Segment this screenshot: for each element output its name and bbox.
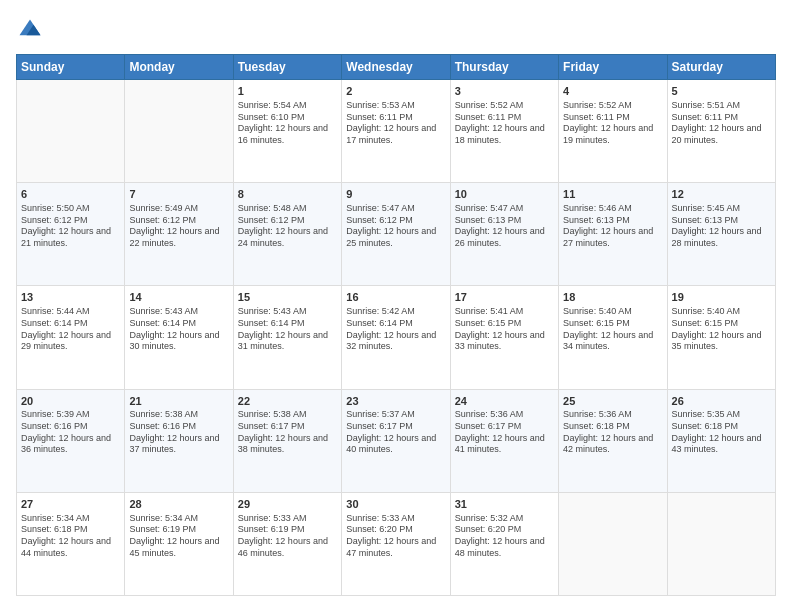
day-number: 1 bbox=[238, 84, 337, 99]
calendar-day-cell: 4Sunrise: 5:52 AM Sunset: 6:11 PM Daylig… bbox=[559, 80, 667, 183]
day-info: Sunrise: 5:35 AM Sunset: 6:18 PM Dayligh… bbox=[672, 409, 771, 456]
calendar-week-row: 13Sunrise: 5:44 AM Sunset: 6:14 PM Dayli… bbox=[17, 286, 776, 389]
day-info: Sunrise: 5:39 AM Sunset: 6:16 PM Dayligh… bbox=[21, 409, 120, 456]
day-info: Sunrise: 5:37 AM Sunset: 6:17 PM Dayligh… bbox=[346, 409, 445, 456]
day-info: Sunrise: 5:36 AM Sunset: 6:17 PM Dayligh… bbox=[455, 409, 554, 456]
calendar-day-cell: 17Sunrise: 5:41 AM Sunset: 6:15 PM Dayli… bbox=[450, 286, 558, 389]
day-info: Sunrise: 5:43 AM Sunset: 6:14 PM Dayligh… bbox=[129, 306, 228, 353]
calendar-day-cell bbox=[17, 80, 125, 183]
calendar-week-row: 27Sunrise: 5:34 AM Sunset: 6:18 PM Dayli… bbox=[17, 492, 776, 595]
day-number: 25 bbox=[563, 394, 662, 409]
calendar-day-cell: 3Sunrise: 5:52 AM Sunset: 6:11 PM Daylig… bbox=[450, 80, 558, 183]
calendar-header-row: SundayMondayTuesdayWednesdayThursdayFrid… bbox=[17, 55, 776, 80]
calendar-day-header: Tuesday bbox=[233, 55, 341, 80]
day-number: 22 bbox=[238, 394, 337, 409]
day-info: Sunrise: 5:53 AM Sunset: 6:11 PM Dayligh… bbox=[346, 100, 445, 147]
day-number: 6 bbox=[21, 187, 120, 202]
calendar-day-header: Sunday bbox=[17, 55, 125, 80]
day-info: Sunrise: 5:40 AM Sunset: 6:15 PM Dayligh… bbox=[672, 306, 771, 353]
day-number: 11 bbox=[563, 187, 662, 202]
day-info: Sunrise: 5:49 AM Sunset: 6:12 PM Dayligh… bbox=[129, 203, 228, 250]
day-info: Sunrise: 5:33 AM Sunset: 6:19 PM Dayligh… bbox=[238, 513, 337, 560]
day-number: 8 bbox=[238, 187, 337, 202]
calendar-day-header: Saturday bbox=[667, 55, 775, 80]
day-number: 30 bbox=[346, 497, 445, 512]
calendar-day-cell: 5Sunrise: 5:51 AM Sunset: 6:11 PM Daylig… bbox=[667, 80, 775, 183]
day-number: 9 bbox=[346, 187, 445, 202]
day-number: 7 bbox=[129, 187, 228, 202]
day-info: Sunrise: 5:51 AM Sunset: 6:11 PM Dayligh… bbox=[672, 100, 771, 147]
calendar-day-cell: 23Sunrise: 5:37 AM Sunset: 6:17 PM Dayli… bbox=[342, 389, 450, 492]
day-info: Sunrise: 5:47 AM Sunset: 6:13 PM Dayligh… bbox=[455, 203, 554, 250]
day-number: 28 bbox=[129, 497, 228, 512]
day-number: 4 bbox=[563, 84, 662, 99]
day-info: Sunrise: 5:42 AM Sunset: 6:14 PM Dayligh… bbox=[346, 306, 445, 353]
day-info: Sunrise: 5:47 AM Sunset: 6:12 PM Dayligh… bbox=[346, 203, 445, 250]
calendar-week-row: 1Sunrise: 5:54 AM Sunset: 6:10 PM Daylig… bbox=[17, 80, 776, 183]
day-info: Sunrise: 5:48 AM Sunset: 6:12 PM Dayligh… bbox=[238, 203, 337, 250]
calendar-day-cell: 10Sunrise: 5:47 AM Sunset: 6:13 PM Dayli… bbox=[450, 183, 558, 286]
day-number: 23 bbox=[346, 394, 445, 409]
calendar-day-cell: 19Sunrise: 5:40 AM Sunset: 6:15 PM Dayli… bbox=[667, 286, 775, 389]
day-number: 14 bbox=[129, 290, 228, 305]
calendar-day-cell: 31Sunrise: 5:32 AM Sunset: 6:20 PM Dayli… bbox=[450, 492, 558, 595]
calendar-day-header: Wednesday bbox=[342, 55, 450, 80]
day-info: Sunrise: 5:41 AM Sunset: 6:15 PM Dayligh… bbox=[455, 306, 554, 353]
calendar-day-cell: 28Sunrise: 5:34 AM Sunset: 6:19 PM Dayli… bbox=[125, 492, 233, 595]
calendar-day-cell: 8Sunrise: 5:48 AM Sunset: 6:12 PM Daylig… bbox=[233, 183, 341, 286]
day-info: Sunrise: 5:36 AM Sunset: 6:18 PM Dayligh… bbox=[563, 409, 662, 456]
calendar-day-cell: 20Sunrise: 5:39 AM Sunset: 6:16 PM Dayli… bbox=[17, 389, 125, 492]
day-number: 19 bbox=[672, 290, 771, 305]
day-number: 13 bbox=[21, 290, 120, 305]
calendar-day-cell bbox=[559, 492, 667, 595]
logo-icon bbox=[16, 16, 44, 44]
calendar-day-header: Monday bbox=[125, 55, 233, 80]
day-number: 18 bbox=[563, 290, 662, 305]
calendar-day-cell: 6Sunrise: 5:50 AM Sunset: 6:12 PM Daylig… bbox=[17, 183, 125, 286]
calendar-day-cell: 11Sunrise: 5:46 AM Sunset: 6:13 PM Dayli… bbox=[559, 183, 667, 286]
calendar-day-header: Friday bbox=[559, 55, 667, 80]
calendar-day-cell: 21Sunrise: 5:38 AM Sunset: 6:16 PM Dayli… bbox=[125, 389, 233, 492]
day-info: Sunrise: 5:54 AM Sunset: 6:10 PM Dayligh… bbox=[238, 100, 337, 147]
day-number: 29 bbox=[238, 497, 337, 512]
day-number: 17 bbox=[455, 290, 554, 305]
calendar-day-cell: 2Sunrise: 5:53 AM Sunset: 6:11 PM Daylig… bbox=[342, 80, 450, 183]
calendar-day-cell: 22Sunrise: 5:38 AM Sunset: 6:17 PM Dayli… bbox=[233, 389, 341, 492]
page: SundayMondayTuesdayWednesdayThursdayFrid… bbox=[0, 0, 792, 612]
day-number: 27 bbox=[21, 497, 120, 512]
day-info: Sunrise: 5:46 AM Sunset: 6:13 PM Dayligh… bbox=[563, 203, 662, 250]
calendar-day-cell: 30Sunrise: 5:33 AM Sunset: 6:20 PM Dayli… bbox=[342, 492, 450, 595]
calendar-day-cell: 27Sunrise: 5:34 AM Sunset: 6:18 PM Dayli… bbox=[17, 492, 125, 595]
calendar-day-cell: 25Sunrise: 5:36 AM Sunset: 6:18 PM Dayli… bbox=[559, 389, 667, 492]
header bbox=[16, 16, 776, 44]
calendar-day-cell: 24Sunrise: 5:36 AM Sunset: 6:17 PM Dayli… bbox=[450, 389, 558, 492]
day-info: Sunrise: 5:50 AM Sunset: 6:12 PM Dayligh… bbox=[21, 203, 120, 250]
day-number: 31 bbox=[455, 497, 554, 512]
day-info: Sunrise: 5:40 AM Sunset: 6:15 PM Dayligh… bbox=[563, 306, 662, 353]
calendar-day-cell: 18Sunrise: 5:40 AM Sunset: 6:15 PM Dayli… bbox=[559, 286, 667, 389]
calendar-week-row: 6Sunrise: 5:50 AM Sunset: 6:12 PM Daylig… bbox=[17, 183, 776, 286]
calendar-day-cell: 14Sunrise: 5:43 AM Sunset: 6:14 PM Dayli… bbox=[125, 286, 233, 389]
day-info: Sunrise: 5:38 AM Sunset: 6:17 PM Dayligh… bbox=[238, 409, 337, 456]
logo bbox=[16, 16, 48, 44]
day-info: Sunrise: 5:43 AM Sunset: 6:14 PM Dayligh… bbox=[238, 306, 337, 353]
day-number: 16 bbox=[346, 290, 445, 305]
calendar-day-cell: 7Sunrise: 5:49 AM Sunset: 6:12 PM Daylig… bbox=[125, 183, 233, 286]
day-number: 21 bbox=[129, 394, 228, 409]
day-info: Sunrise: 5:45 AM Sunset: 6:13 PM Dayligh… bbox=[672, 203, 771, 250]
calendar-day-cell: 12Sunrise: 5:45 AM Sunset: 6:13 PM Dayli… bbox=[667, 183, 775, 286]
day-number: 2 bbox=[346, 84, 445, 99]
day-number: 3 bbox=[455, 84, 554, 99]
day-number: 10 bbox=[455, 187, 554, 202]
calendar-day-cell: 26Sunrise: 5:35 AM Sunset: 6:18 PM Dayli… bbox=[667, 389, 775, 492]
calendar-table: SundayMondayTuesdayWednesdayThursdayFrid… bbox=[16, 54, 776, 596]
day-info: Sunrise: 5:52 AM Sunset: 6:11 PM Dayligh… bbox=[563, 100, 662, 147]
day-info: Sunrise: 5:34 AM Sunset: 6:18 PM Dayligh… bbox=[21, 513, 120, 560]
day-number: 15 bbox=[238, 290, 337, 305]
day-info: Sunrise: 5:34 AM Sunset: 6:19 PM Dayligh… bbox=[129, 513, 228, 560]
day-number: 12 bbox=[672, 187, 771, 202]
calendar-day-header: Thursday bbox=[450, 55, 558, 80]
day-info: Sunrise: 5:33 AM Sunset: 6:20 PM Dayligh… bbox=[346, 513, 445, 560]
calendar-day-cell bbox=[667, 492, 775, 595]
calendar-day-cell: 15Sunrise: 5:43 AM Sunset: 6:14 PM Dayli… bbox=[233, 286, 341, 389]
